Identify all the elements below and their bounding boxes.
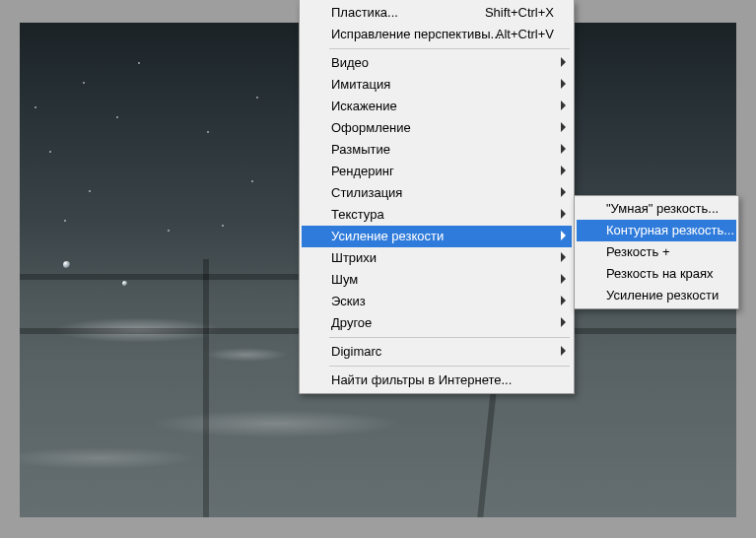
menu-item-label: Усиление резкости [606, 288, 719, 303]
rain-dot [251, 180, 253, 182]
menu-item-label: Усиление резкости [331, 229, 444, 243]
filter-menu[interactable]: Пластика... Shift+Ctrl+X Исправление пер… [299, 0, 575, 394]
menu-item-sharpen[interactable]: Усиление резкости [302, 226, 572, 247]
menu-item-video[interactable]: Видео [302, 52, 572, 74]
menu-separator [329, 337, 570, 338]
menu-item-artistic[interactable]: Имитация [302, 74, 572, 96]
rain-dot [49, 151, 51, 153]
submenu-item-unsharp-mask[interactable]: Контурная резкость... [577, 220, 736, 241]
menu-item-label: Рендеринг [331, 164, 394, 178]
menu-item-label: Оформление [331, 120, 411, 135]
menu-item-label: Резкость на краях [606, 266, 714, 281]
submenu-item-sharpen[interactable]: Усиление резкости [577, 285, 736, 306]
rain-dot [222, 225, 224, 227]
rain-dot [83, 82, 85, 84]
menu-item-stylize[interactable]: Стилизация [302, 182, 572, 204]
rain-dot [89, 190, 91, 192]
menu-item-vanishing-point[interactable]: Исправление перспективы... Alt+Ctrl+V [302, 24, 572, 45]
menu-item-sketch[interactable]: Эскиз [302, 291, 572, 312]
submenu-arrow-icon [561, 274, 566, 284]
submenu-arrow-icon [561, 346, 566, 356]
menu-item-label: Видео [331, 55, 369, 70]
menu-item-find-filters[interactable]: Найти фильтры в Интернете... [302, 370, 572, 391]
submenu-arrow-icon [561, 209, 566, 219]
submenu-arrow-icon [561, 79, 566, 89]
submenu-arrow-icon [561, 101, 566, 110]
menu-item-pixelate[interactable]: Оформление [302, 117, 572, 139]
menu-item-label: Текстура [331, 207, 384, 222]
rain-dot [256, 97, 258, 99]
menu-item-label: Найти фильтры в Интернете... [331, 372, 512, 387]
submenu-item-smart-sharpen[interactable]: "Умная" резкость... [577, 198, 736, 220]
rain-dot [34, 106, 36, 108]
rain-dot [138, 62, 140, 64]
menu-item-label: Пластика... [331, 5, 398, 20]
grid-line [203, 259, 209, 517]
submenu-arrow-icon [561, 166, 566, 175]
submenu-arrow-icon [561, 252, 566, 262]
raindrop [122, 281, 127, 286]
submenu-arrow-icon [561, 296, 566, 305]
rain-dot [168, 230, 170, 232]
menu-item-label: Исправление перспективы... [331, 27, 501, 41]
menu-item-label: "Умная" резкость... [606, 201, 719, 216]
menu-item-label: Имитация [331, 77, 390, 92]
menu-item-label: Шум [331, 272, 358, 287]
menu-item-distort[interactable]: Искажение [302, 96, 572, 117]
submenu-item-sharpen-edges[interactable]: Резкость на краях [577, 263, 736, 285]
menu-item-shortcut: Shift+Ctrl+X [485, 2, 554, 24]
menu-item-label: Эскиз [331, 294, 366, 308]
menu-item-shortcut: Alt+Ctrl+V [496, 24, 554, 45]
submenu-arrow-icon [561, 122, 566, 132]
sharpen-submenu[interactable]: "Умная" резкость... Контурная резкость..… [574, 195, 739, 309]
submenu-arrow-icon [561, 57, 566, 67]
menu-item-noise[interactable]: Шум [302, 269, 572, 291]
rain-dot [207, 131, 209, 133]
menu-item-label: Размытие [331, 142, 390, 157]
submenu-arrow-icon [561, 144, 566, 154]
menu-item-label: Искажение [331, 99, 397, 113]
menu-separator [329, 48, 570, 49]
menu-item-brush-strokes[interactable]: Штрихи [302, 247, 572, 269]
menu-item-other[interactable]: Другое [302, 312, 572, 334]
rain-dot [64, 220, 66, 222]
menu-item-label: Штрихи [331, 250, 377, 265]
submenu-arrow-icon [561, 317, 566, 327]
submenu-arrow-icon [561, 231, 566, 240]
menu-item-label: Другое [331, 315, 372, 330]
menu-item-label: Резкость + [606, 244, 670, 259]
rain-dot [116, 116, 118, 118]
menu-item-label: Контурная резкость... [606, 223, 734, 237]
menu-item-label: Digimarc [331, 344, 381, 359]
menu-item-blur[interactable]: Размытие [302, 139, 572, 161]
menu-item-label: Стилизация [331, 185, 402, 200]
raindrop [63, 261, 70, 268]
menu-item-texture[interactable]: Текстура [302, 204, 572, 226]
menu-separator [329, 366, 570, 367]
menu-item-digimarc[interactable]: Digimarc [302, 341, 572, 363]
submenu-item-sharpen-more[interactable]: Резкость + [577, 241, 736, 263]
menu-item-liquify[interactable]: Пластика... Shift+Ctrl+X [302, 2, 572, 24]
submenu-arrow-icon [561, 187, 566, 197]
menu-item-render[interactable]: Рендеринг [302, 161, 572, 182]
